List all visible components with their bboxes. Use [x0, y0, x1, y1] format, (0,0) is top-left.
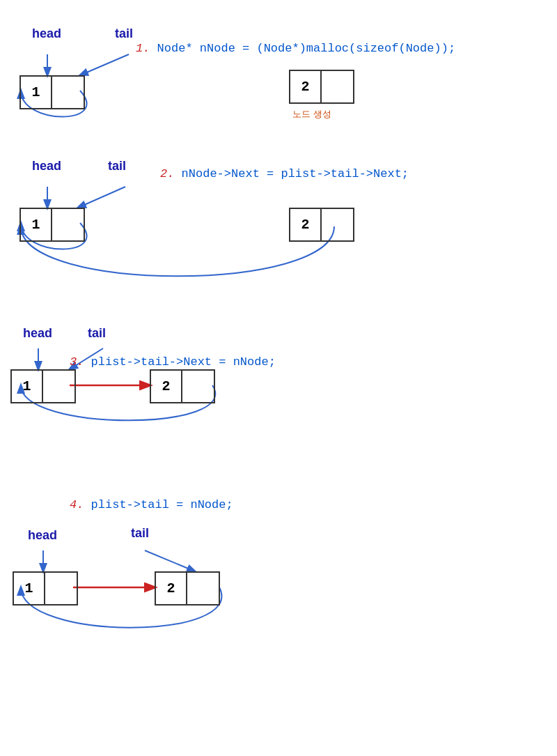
step1-node1: 1 [19, 75, 85, 109]
step1-nnode-data: 2 [290, 71, 322, 102]
step1-nnode-ptr [322, 71, 353, 102]
step2-code-text: nNode->Next = plist->tail->Next; [182, 167, 409, 180]
step3-code: 3. plist->tail->Next = nNode; [70, 355, 276, 369]
step2-node1-data: 1 [21, 209, 52, 240]
step3-code-text: plist->tail->Next = nNode; [91, 355, 276, 369]
svg-line-8 [145, 550, 195, 571]
step2-node1-ptr [52, 209, 84, 240]
step2-head-label: head [32, 159, 61, 173]
step3-node1-ptr [43, 371, 74, 402]
step4-node1: 1 [13, 571, 78, 605]
arrows-svg [0, 0, 557, 756]
step4-node2-ptr [187, 573, 219, 604]
step2-number: 2. [160, 167, 174, 180]
step1-sublabel: 노드 생성 [292, 108, 331, 121]
step3-tail-label: tail [88, 326, 106, 341]
step1-tail-label: tail [115, 26, 133, 41]
step3-node2-data: 2 [151, 371, 182, 402]
step3-node1: 1 [10, 369, 76, 403]
main-diagram: 1. Node* nNode = (Node*)malloc(sizeof(No… [0, 0, 557, 756]
step3-number: 3. [70, 355, 84, 369]
step4-code: 4. plist->tail = nNode; [70, 498, 233, 511]
step2-code: 2. nNode->Next = plist->tail->Next; [160, 167, 409, 180]
step4-node1-ptr [45, 573, 77, 604]
step4-head-label: head [28, 528, 57, 543]
step1-node1-data: 1 [21, 77, 52, 108]
step2-tail-label: tail [108, 159, 126, 173]
step1-code: 1. Node* nNode = (Node*)malloc(sizeof(No… [136, 42, 455, 55]
step3-node1-data: 1 [12, 371, 43, 402]
step4-number: 4. [70, 498, 84, 511]
step4-node1-data: 1 [14, 573, 45, 604]
step1-node1-ptr [52, 77, 84, 108]
step2-node1: 1 [19, 208, 85, 242]
step1-code-text: Node* nNode = (Node*)malloc(sizeof(Node)… [157, 42, 455, 55]
step2-nnode-data: 2 [290, 209, 322, 240]
step2-nnode-ptr [322, 209, 353, 240]
svg-line-1 [80, 54, 129, 75]
step4-node2: 2 [155, 571, 220, 605]
step3-node2-ptr [182, 371, 214, 402]
step4-tail-label: tail [131, 526, 149, 541]
step4-code-text: plist->tail = nNode; [91, 498, 233, 511]
step1-nnode: 2 [289, 70, 354, 104]
step3-node2: 2 [150, 369, 215, 403]
svg-line-3 [78, 187, 125, 208]
step4-node2-data: 2 [156, 573, 187, 604]
step1-number: 1. [136, 42, 150, 55]
step3-head-label: head [23, 326, 52, 341]
step2-nnode: 2 [289, 208, 354, 242]
step1-head-label: head [32, 26, 61, 41]
